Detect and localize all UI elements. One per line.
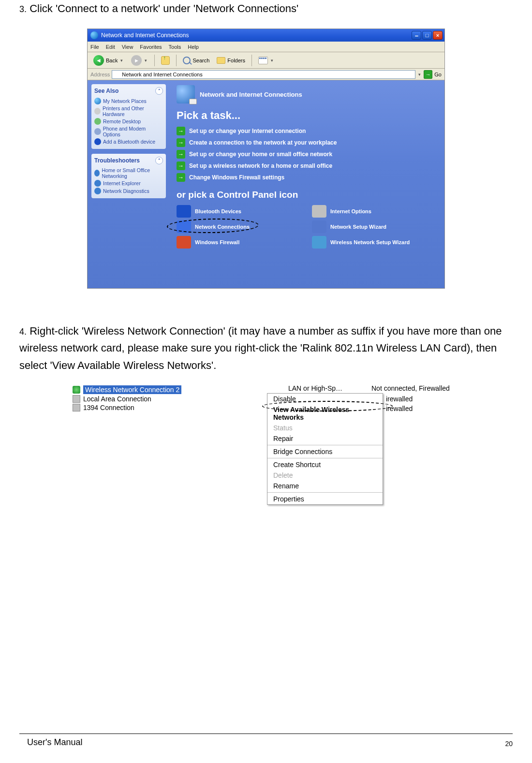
- menu-repair[interactable]: Repair: [267, 433, 383, 444]
- back-icon: ◄: [93, 55, 104, 66]
- troubleshooters-card: Troubleshooters ˄ Home or Small Office N…: [91, 154, 166, 198]
- link-remote-desktop[interactable]: Remote Desktop: [94, 118, 163, 125]
- address-label: Address: [90, 72, 110, 77]
- views-button[interactable]: ▾: [255, 54, 277, 67]
- forward-button[interactable]: ► ▾: [128, 54, 151, 67]
- headline: Network and Internet Connections: [200, 91, 302, 98]
- toolbar-divider: [251, 55, 252, 66]
- collapse-icon[interactable]: ˄: [155, 87, 163, 95]
- link-network-diag[interactable]: Network Diagnostics: [94, 188, 163, 194]
- pick-task-heading: Pick a task...: [177, 109, 438, 122]
- window-title: Network and Internet Connections: [101, 32, 189, 39]
- task-home-network[interactable]: →Set up or change your home or small off…: [177, 150, 438, 159]
- views-icon: [258, 57, 268, 64]
- go-label: Go: [434, 72, 442, 77]
- screenshot-network-connections: Network and Internet Connections ‒ □ × F…: [87, 29, 445, 289]
- search-icon: [183, 57, 191, 64]
- globe-icon: [114, 72, 120, 77]
- app-icon: [90, 31, 98, 39]
- or-pick-heading: or pick a Control Panel icon: [177, 190, 438, 200]
- c1394-label: 1394 Connection: [83, 404, 134, 411]
- task-setup-internet[interactable]: →Set up or change your Internet connecti…: [177, 127, 438, 135]
- menu-delete: Delete: [267, 470, 383, 481]
- status-tail: irewalled: [386, 395, 413, 403]
- cp-network-connections[interactable]: Network Connections: [177, 220, 302, 233]
- minimize-button[interactable]: ‒: [412, 31, 421, 40]
- chevron-down-icon[interactable]: ▾: [418, 72, 421, 77]
- link-printers[interactable]: Printers and Other Hardware: [94, 105, 163, 117]
- address-bar: Address Network and Internet Connections…: [88, 69, 444, 80]
- cp-network-setup-wizard[interactable]: Network Setup Wizard: [312, 220, 438, 233]
- menu-help[interactable]: Help: [188, 44, 199, 50]
- menubar: File Edit View Favorites Tools Help: [88, 42, 444, 52]
- address-value: Network and Internet Connections: [122, 72, 202, 77]
- task-firewall[interactable]: →Change Windows Firewall settings: [177, 173, 438, 182]
- screenshot-context-menu: LAN or High-Sp… Not connected, Firewalle…: [73, 385, 459, 511]
- annotation-ellipse: [262, 401, 393, 411]
- wireless-icon: [73, 386, 80, 394]
- step-3-text: 3. Click 'Connect to a network' under 'N…: [19, 0, 513, 17]
- menu-bridge[interactable]: Bridge Connections: [267, 446, 383, 457]
- close-button[interactable]: ×: [433, 31, 443, 40]
- menu-view[interactable]: View: [122, 44, 133, 50]
- wireless-wizard-icon: [312, 236, 326, 249]
- globe-icon: [94, 98, 101, 104]
- search-label: Search: [192, 58, 209, 63]
- task-wireless[interactable]: →Set up a wireless network for a home or…: [177, 161, 438, 170]
- link-home-networking[interactable]: Home or Small Office Networking: [94, 167, 163, 179]
- menu-tools[interactable]: Tools: [169, 44, 181, 50]
- toolbar-divider: [176, 55, 177, 66]
- cp-internet-options[interactable]: Internet Options: [312, 205, 438, 218]
- chevron-down-icon: ▾: [145, 58, 147, 63]
- menu-file[interactable]: File: [90, 44, 99, 50]
- window-titlebar: Network and Internet Connections ‒ □ ×: [88, 29, 444, 42]
- link-internet-explorer[interactable]: Internet Explorer: [94, 180, 163, 187]
- footer-manual: User's Manual: [27, 737, 82, 748]
- link-phone-modem[interactable]: Phone and Modem Options: [94, 126, 163, 137]
- menu-shortcut[interactable]: Create Shortcut: [267, 459, 383, 470]
- step-4-text: 4. Right-click 'Wireless Network Connect…: [19, 323, 513, 374]
- help-icon: [94, 180, 101, 187]
- bluetooth-icon: [94, 138, 101, 145]
- network-setup-wizard-icon: [312, 220, 326, 233]
- back-button[interactable]: ◄ Back ▾: [90, 54, 127, 67]
- see-also-card: See Also ˄ My Network Places Printers an…: [91, 84, 166, 149]
- help-icon: [94, 170, 100, 176]
- up-icon: [161, 56, 170, 65]
- maximize-button[interactable]: □: [422, 31, 432, 40]
- address-field[interactable]: Network and Internet Connections: [112, 70, 415, 79]
- cp-bluetooth[interactable]: Bluetooth Devices: [177, 205, 302, 218]
- go-button[interactable]: →: [424, 70, 432, 79]
- folders-button[interactable]: Folders: [214, 54, 248, 67]
- menu-favorites[interactable]: Favorites: [140, 44, 162, 50]
- step-3-number: 3.: [19, 4, 27, 14]
- forward-icon: ►: [131, 55, 142, 66]
- menu-edit[interactable]: Edit: [106, 44, 115, 50]
- arrow-icon: →: [177, 150, 185, 159]
- step-3-body: Click 'Connect to a network' under 'Netw…: [30, 2, 298, 15]
- phone-icon: [94, 128, 101, 135]
- collapse-icon[interactable]: ˄: [155, 157, 163, 164]
- up-button[interactable]: [158, 54, 173, 67]
- arrow-icon: →: [177, 173, 185, 182]
- page-number: 20: [505, 740, 513, 748]
- chevron-down-icon: ▾: [271, 58, 273, 63]
- menu-status: Status: [267, 423, 383, 433]
- menu-rename[interactable]: Rename: [267, 481, 383, 491]
- cp-windows-firewall[interactable]: Windows Firewall: [177, 236, 302, 249]
- menu-separator: [267, 445, 383, 445]
- footer-divider: [19, 734, 513, 734]
- menu-properties[interactable]: Properties: [267, 494, 383, 504]
- column-type: LAN or High-Sp…: [288, 384, 342, 392]
- search-button[interactable]: Search: [180, 54, 212, 67]
- cp-wireless-setup-wizard[interactable]: Wireless Network Setup Wizard: [312, 236, 438, 249]
- see-also-title: See Also: [94, 88, 118, 94]
- arrow-icon: →: [177, 138, 185, 147]
- step-4-number: 4.: [19, 327, 27, 337]
- folder-icon: [217, 57, 225, 64]
- lan-label: Local Area Connection: [83, 395, 151, 403]
- link-add-bluetooth[interactable]: Add a Bluetooth device: [94, 138, 163, 145]
- chevron-down-icon: ▾: [120, 58, 123, 63]
- task-workplace[interactable]: →Create a connection to the network at y…: [177, 138, 438, 147]
- link-my-network-places[interactable]: My Network Places: [94, 98, 163, 104]
